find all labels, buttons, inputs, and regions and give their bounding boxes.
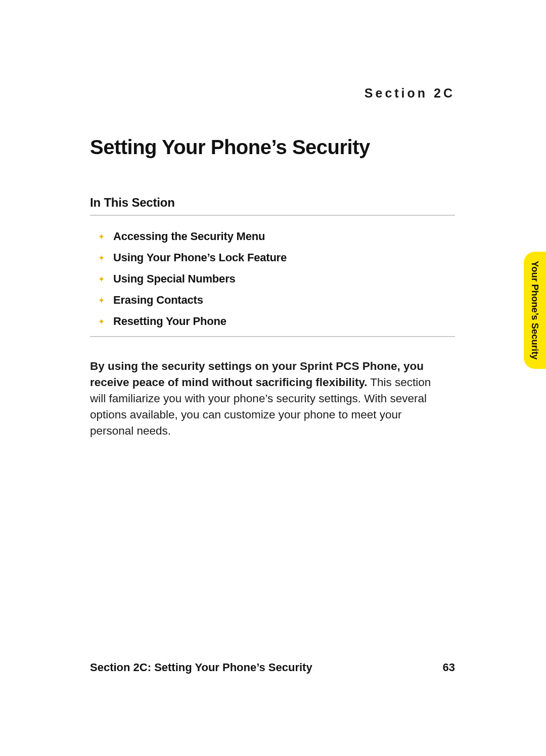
diamond-bullet-icon: ✦ <box>98 254 113 262</box>
diamond-bullet-icon: ✦ <box>98 318 113 326</box>
toc-item: ✦ Erasing Contacts <box>98 294 455 307</box>
diamond-bullet-icon: ✦ <box>98 297 113 305</box>
toc-item: ✦ Using Special Numbers <box>98 272 455 286</box>
footer: Section 2C: Setting Your Phone’s Securit… <box>90 661 455 674</box>
divider-bottom <box>90 336 455 337</box>
intro-paragraph: By using the security settings on your S… <box>90 358 444 439</box>
toc-item-label: Erasing Contacts <box>113 294 203 307</box>
toc-item: ✦ Using Your Phone’s Lock Feature <box>98 251 455 264</box>
in-this-section-heading: In This Section <box>90 196 455 210</box>
footer-section-title: Section 2C: Setting Your Phone’s Securit… <box>90 661 312 674</box>
toc-item-label: Accessing the Security Menu <box>113 230 265 243</box>
toc-item: ✦ Accessing the Security Menu <box>98 230 455 243</box>
diamond-bullet-icon: ✦ <box>98 275 113 284</box>
page-title: Setting Your Phone’s Security <box>90 136 455 158</box>
divider-top <box>90 215 455 216</box>
toc-item-label: Using Special Numbers <box>113 272 236 286</box>
toc-item: ✦ Resetting Your Phone <box>98 315 455 328</box>
side-tab: Your Phone’s Security <box>524 252 546 369</box>
side-tab-label: Your Phone’s Security <box>529 261 540 359</box>
toc-list: ✦ Accessing the Security Menu ✦ Using Yo… <box>98 230 455 328</box>
page: Section 2C Setting Your Phone’s Security… <box>0 0 546 756</box>
toc-item-label: Using Your Phone’s Lock Feature <box>113 251 287 264</box>
page-number: 63 <box>443 661 455 674</box>
diamond-bullet-icon: ✦ <box>98 233 113 241</box>
section-label: Section 2C <box>90 86 455 101</box>
toc-item-label: Resetting Your Phone <box>113 315 226 328</box>
